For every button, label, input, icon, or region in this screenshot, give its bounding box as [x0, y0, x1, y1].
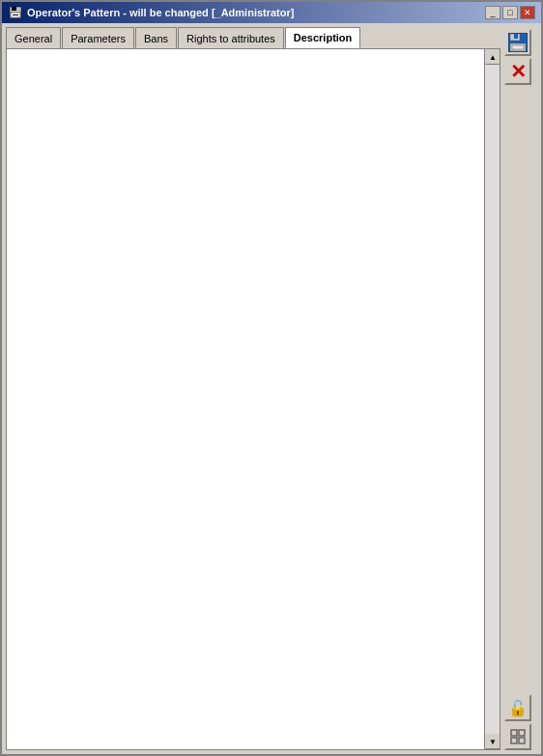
svg-rect-8: [512, 45, 524, 49]
title-bar: Operator's Pattern - will be changed [_A…: [2, 2, 541, 23]
svg-rect-6: [514, 34, 518, 39]
svg-rect-11: [511, 738, 517, 743]
sidebar-spacer: [504, 87, 537, 692]
minimize-button[interactable]: _: [485, 6, 500, 19]
scrollbar[interactable]: ▲ ▼: [484, 49, 500, 749]
svg-rect-10: [519, 730, 525, 736]
main-window: Operator's Pattern - will be changed [_A…: [0, 0, 543, 756]
tab-rights-to-attributes[interactable]: Rights to attributes: [178, 27, 284, 48]
tab-general[interactable]: General: [6, 27, 61, 48]
save-button[interactable]: [504, 29, 531, 56]
window-title: Operator's Pattern - will be changed [_A…: [27, 7, 294, 18]
maximize-button[interactable]: □: [502, 6, 518, 19]
scroll-down-arrow[interactable]: ▼: [485, 734, 500, 749]
tab-bar: General Parameters Bans Rights to attrib…: [6, 27, 500, 48]
cancel-button[interactable]: ✕: [504, 58, 531, 85]
main-area: General Parameters Bans Rights to attrib…: [6, 27, 500, 750]
textarea-wrapper: ▲ ▼: [7, 49, 500, 749]
window-body: General Parameters Bans Rights to attrib…: [2, 23, 541, 754]
lock-icon: 🔓: [508, 699, 528, 717]
tab-content: ▲ ▼: [6, 48, 500, 750]
scroll-track: [485, 65, 500, 734]
lock-button[interactable]: 🔓: [504, 694, 531, 721]
grid-icon: [510, 729, 526, 744]
app-icon: [8, 5, 23, 20]
description-textarea[interactable]: [7, 49, 484, 749]
scroll-up-arrow[interactable]: ▲: [485, 49, 500, 65]
title-controls: _ □ ✕: [485, 6, 535, 19]
close-button[interactable]: ✕: [520, 6, 535, 19]
svg-rect-12: [519, 738, 525, 743]
svg-rect-1: [12, 7, 16, 11]
tab-bans[interactable]: Bans: [135, 27, 177, 48]
tab-description[interactable]: Description: [285, 27, 361, 48]
close-icon: ✕: [510, 62, 527, 81]
title-bar-left: Operator's Pattern - will be changed [_A…: [8, 5, 294, 20]
svg-rect-9: [511, 730, 517, 736]
save-icon: [508, 33, 528, 52]
tab-parameters[interactable]: Parameters: [62, 27, 134, 48]
grid-button[interactable]: [504, 723, 531, 750]
svg-rect-3: [13, 14, 18, 15]
sidebar: ✕ 🔓: [504, 27, 537, 750]
